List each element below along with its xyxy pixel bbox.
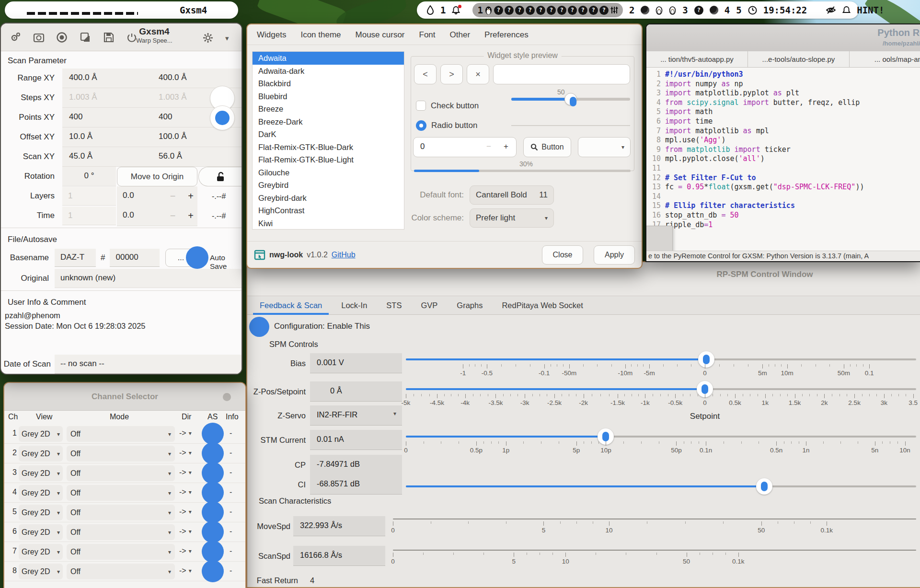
preview-text-entry[interactable] — [493, 64, 630, 84]
water-drop-icon[interactable] — [426, 5, 434, 15]
code-line[interactable]: 14 — [646, 192, 920, 202]
window-button[interactable] — [223, 393, 231, 401]
tab-redpitaya-web-socket[interactable]: RedPitaya Web Socket — [502, 301, 583, 310]
ci-slider[interactable] — [406, 485, 916, 487]
dir-dropdown[interactable]: ->▾ — [179, 507, 192, 516]
param-value-y[interactable]: 100.0 Å — [152, 127, 242, 147]
theme-item[interactable]: Greybird — [253, 179, 404, 192]
record-icon[interactable] — [56, 31, 68, 44]
notification-bell-icon[interactable] — [452, 6, 460, 15]
theme-item[interactable]: Gilouche — [253, 166, 404, 179]
view-dropdown[interactable]: Grey 2D▾ — [19, 524, 63, 540]
camera-icon[interactable] — [33, 31, 45, 44]
dir-dropdown[interactable]: ->▾ — [179, 429, 192, 438]
autosave-toggle[interactable] — [202, 541, 224, 563]
time-spin[interactable]: 0.0−+ — [117, 206, 197, 226]
autosave-toggle[interactable] — [186, 246, 208, 269]
theme-item[interactable]: Bluebird — [253, 90, 404, 103]
theme-item[interactable]: Kiwi — [253, 217, 404, 230]
original-field[interactable]: unknown (new) — [55, 269, 242, 288]
spin-plus[interactable]: + — [504, 142, 508, 151]
autosave-toggle[interactable] — [202, 501, 224, 523]
theme-item[interactable]: Adwaita-dark — [253, 65, 404, 78]
current-slider[interactable] — [406, 436, 916, 438]
slider-handle[interactable] — [756, 478, 772, 495]
autosave-toggle[interactable] — [202, 462, 224, 484]
view-dropdown[interactable]: Grey 2D▾ — [19, 505, 63, 520]
menu-mouse-cursor[interactable]: Mouse cursor — [356, 30, 405, 40]
radio-icon[interactable] — [416, 120, 426, 131]
plus-button[interactable]: + — [188, 210, 194, 221]
dir-dropdown[interactable]: ->▾ — [179, 527, 192, 536]
forward-button[interactable]: > — [440, 64, 463, 84]
menu-font[interactable]: Font — [419, 30, 436, 40]
user-id[interactable]: pzahl@phenom — [1, 310, 242, 320]
dir-dropdown[interactable]: ->▾ — [179, 449, 192, 457]
tab-gvp[interactable]: GVP — [421, 301, 437, 310]
param-value-x[interactable]: 400 — [62, 108, 152, 127]
tools-icon[interactable] — [10, 31, 22, 44]
basename-field[interactable]: DAZ-T — [55, 249, 96, 267]
mode-dropdown[interactable]: Off▾ — [67, 446, 175, 461]
bias-slider[interactable] — [406, 358, 916, 360]
code-line[interactable]: 8mpl.use('Agg') — [646, 136, 920, 145]
editor-tab[interactable]: ...e-tools/auto-slope.py — [748, 51, 850, 67]
theme-item[interactable]: HighContrast — [253, 204, 404, 217]
stm-current-field[interactable]: 0.01 nA — [310, 430, 402, 450]
autosave-toggle[interactable] — [202, 560, 224, 582]
autosave-toggle[interactable] — [202, 482, 224, 504]
lock-button[interactable] — [198, 167, 242, 186]
preview-radio[interactable]: Radio button — [416, 120, 477, 131]
workspace-5-label[interactable]: 5 — [736, 5, 741, 15]
code-line[interactable]: 4from scipy.signal import butter, freqz,… — [646, 98, 920, 108]
github-link[interactable]: GitHub — [332, 251, 356, 259]
scanspd-field[interactable]: 16166.8 Å/s — [293, 546, 385, 566]
editor-tab[interactable]: ... ools/map-ana — [850, 51, 920, 67]
mode-dropdown[interactable]: Off▾ — [67, 485, 175, 501]
checkbox-icon[interactable] — [416, 101, 426, 111]
menu-preferences[interactable]: Preferences — [484, 30, 529, 40]
fast-return-value[interactable]: 4 — [310, 576, 314, 585]
color-scheme-dropdown[interactable]: Prefer light▾ — [470, 208, 554, 228]
workspace-2-label[interactable]: 2 — [629, 5, 634, 15]
autosave-toggle[interactable] — [202, 442, 224, 464]
view-dropdown[interactable]: Grey 2D▾ — [19, 564, 63, 579]
code-line[interactable]: 2import numpy as np — [646, 80, 920, 89]
theme-item[interactable]: Breeze-Dark — [253, 115, 404, 128]
view-dropdown[interactable]: Grey 2D▾ — [19, 446, 63, 461]
eye-off-icon[interactable] — [826, 6, 836, 14]
close-x-button[interactable]: × — [467, 64, 489, 84]
mode-dropdown[interactable]: Off▾ — [67, 465, 175, 481]
movespd-slider[interactable] — [393, 519, 916, 519]
code-line[interactable]: 12# Set Filter F-Cut to — [646, 173, 920, 183]
mode-dropdown[interactable]: Off▾ — [67, 564, 175, 579]
time-count[interactable]: 1 — [62, 207, 116, 225]
minus-button[interactable]: − — [170, 210, 176, 221]
param-value-y[interactable]: 400.0 Å — [152, 69, 242, 88]
layers-count[interactable]: 1 — [62, 187, 116, 206]
spin-minus[interactable]: − — [486, 142, 491, 151]
dir-dropdown[interactable]: ->▾ — [179, 488, 192, 496]
apply-button[interactable]: Apply — [594, 245, 635, 265]
preview-checkbox[interactable]: Check button — [416, 101, 479, 111]
rotation-value[interactable]: 0 ° — [62, 167, 116, 186]
code-line[interactable]: 13fc = 0.95*float(gxsm.get("dsp-SPMC-LCK… — [646, 183, 920, 192]
theme-item[interactable]: Greybird-dark — [253, 192, 404, 205]
gear-icon[interactable] — [202, 32, 215, 45]
param-value-x[interactable]: 45.0 Å — [62, 147, 152, 166]
chevron-down-icon[interactable]: ▾ — [225, 34, 238, 46]
mode-dropdown[interactable]: Off▾ — [67, 505, 175, 520]
view-dropdown[interactable]: Grey 2D▾ — [19, 485, 63, 501]
code-line[interactable]: 5import math — [646, 107, 920, 117]
cp-field[interactable]: -7.84971 dB — [310, 455, 402, 475]
save-icon[interactable] — [103, 31, 115, 44]
view-dropdown[interactable]: Grey 2D▾ — [19, 465, 63, 481]
mode-dropdown[interactable]: Off▾ — [67, 524, 175, 540]
mode-dropdown[interactable]: Off▾ — [67, 544, 175, 560]
theme-item[interactable]: DarK — [253, 128, 404, 141]
dir-dropdown[interactable]: ->▾ — [179, 566, 192, 575]
zpos-field[interactable]: 0 Å — [310, 381, 402, 402]
code-line[interactable]: 15# Ellip filter characteristics — [646, 201, 920, 211]
date-of-scan-field[interactable]: -- no scan -- — [55, 355, 242, 374]
channel-selector-titlebar[interactable]: Channel Selector — [4, 383, 245, 411]
